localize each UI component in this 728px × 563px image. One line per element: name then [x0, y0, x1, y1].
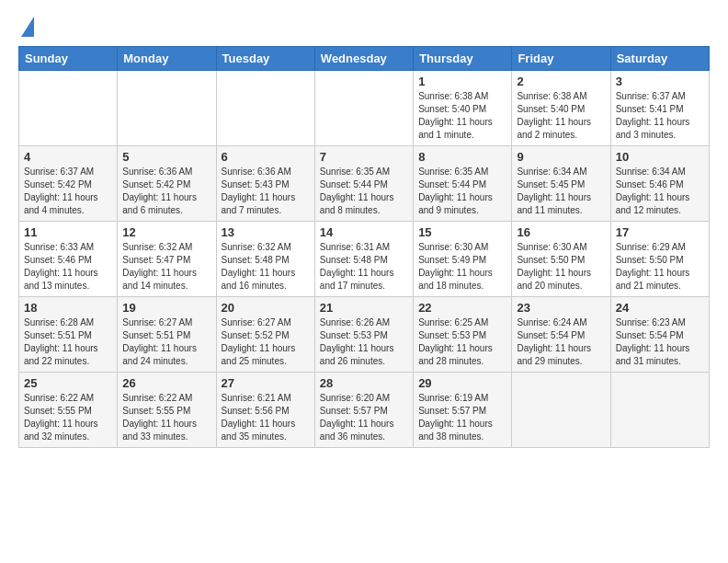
cell-info-text: Sunrise: 6:31 AM Sunset: 5:48 PM Dayligh…	[320, 241, 408, 293]
cell-info-text: Sunrise: 6:35 AM Sunset: 5:44 PM Dayligh…	[418, 166, 506, 217]
cell-date-number: 7	[320, 150, 408, 164]
cell-date-number: 10	[616, 150, 704, 164]
calendar-cell: 23Sunrise: 6:24 AM Sunset: 5:54 PM Dayli…	[512, 297, 610, 373]
weekday-header-cell: Monday	[118, 47, 216, 71]
calendar-cell: 11Sunrise: 6:33 AM Sunset: 5:46 PM Dayli…	[19, 222, 118, 297]
cell-info-text: Sunrise: 6:33 AM Sunset: 5:46 PM Dayligh…	[24, 241, 112, 293]
cell-date-number: 19	[122, 301, 210, 315]
calendar-cell: 24Sunrise: 6:23 AM Sunset: 5:54 PM Dayli…	[610, 297, 709, 373]
weekday-header-cell: Thursday	[414, 47, 512, 71]
calendar-cell	[118, 71, 216, 146]
cell-info-text: Sunrise: 6:23 AM Sunset: 5:54 PM Dayligh…	[616, 316, 704, 368]
cell-info-text: Sunrise: 6:32 AM Sunset: 5:48 PM Dayligh…	[222, 241, 310, 293]
calendar-cell: 29Sunrise: 6:19 AM Sunset: 5:57 PM Dayli…	[414, 373, 512, 448]
cell-date-number: 22	[418, 301, 506, 315]
cell-date-number: 5	[122, 150, 210, 164]
calendar-body: 1Sunrise: 6:38 AM Sunset: 5:40 PM Daylig…	[19, 71, 710, 448]
cell-date-number: 11	[24, 225, 112, 239]
weekday-header-cell: Saturday	[610, 47, 709, 71]
calendar-cell: 3Sunrise: 6:37 AM Sunset: 5:41 PM Daylig…	[610, 71, 709, 146]
cell-info-text: Sunrise: 6:25 AM Sunset: 5:53 PM Dayligh…	[418, 316, 506, 368]
calendar-cell: 16Sunrise: 6:30 AM Sunset: 5:50 PM Dayli…	[512, 222, 610, 297]
calendar-cell: 26Sunrise: 6:22 AM Sunset: 5:55 PM Dayli…	[118, 373, 216, 448]
cell-date-number: 21	[320, 301, 408, 315]
cell-info-text: Sunrise: 6:28 AM Sunset: 5:51 PM Dayligh…	[24, 316, 112, 368]
calendar-cell: 8Sunrise: 6:35 AM Sunset: 5:44 PM Daylig…	[414, 146, 512, 222]
weekday-header-cell: Tuesday	[216, 47, 314, 71]
calendar-cell: 20Sunrise: 6:27 AM Sunset: 5:52 PM Dayli…	[216, 297, 314, 373]
cell-info-text: Sunrise: 6:38 AM Sunset: 5:40 PM Dayligh…	[517, 90, 605, 142]
page: SundayMondayTuesdayWednesdayThursdayFrid…	[0, 0, 728, 563]
cell-info-text: Sunrise: 6:37 AM Sunset: 5:41 PM Dayligh…	[616, 90, 704, 142]
calendar-cell: 22Sunrise: 6:25 AM Sunset: 5:53 PM Dayli…	[414, 297, 512, 373]
cell-date-number: 14	[320, 225, 408, 239]
cell-date-number: 23	[517, 301, 605, 315]
calendar-cell: 27Sunrise: 6:21 AM Sunset: 5:56 PM Dayli…	[216, 373, 314, 448]
cell-date-number: 26	[122, 376, 210, 390]
header	[18, 15, 710, 37]
weekday-header-row: SundayMondayTuesdayWednesdayThursdayFrid…	[19, 47, 710, 71]
cell-date-number: 6	[222, 150, 310, 164]
calendar-cell: 4Sunrise: 6:37 AM Sunset: 5:42 PM Daylig…	[19, 146, 118, 222]
calendar-cell: 5Sunrise: 6:36 AM Sunset: 5:42 PM Daylig…	[118, 146, 216, 222]
cell-date-number: 16	[517, 225, 605, 239]
calendar-cell: 14Sunrise: 6:31 AM Sunset: 5:48 PM Dayli…	[314, 222, 413, 297]
calendar-cell: 21Sunrise: 6:26 AM Sunset: 5:53 PM Dayli…	[314, 297, 413, 373]
calendar-cell: 17Sunrise: 6:29 AM Sunset: 5:50 PM Dayli…	[610, 222, 709, 297]
cell-date-number: 20	[222, 301, 310, 315]
calendar-cell	[610, 373, 709, 448]
cell-date-number: 12	[122, 225, 210, 239]
cell-date-number: 8	[418, 150, 506, 164]
cell-date-number: 1	[418, 75, 506, 88]
cell-date-number: 4	[24, 150, 112, 164]
calendar-week-row: 18Sunrise: 6:28 AM Sunset: 5:51 PM Dayli…	[19, 297, 710, 373]
cell-info-text: Sunrise: 6:27 AM Sunset: 5:51 PM Dayligh…	[122, 316, 210, 368]
calendar-table: SundayMondayTuesdayWednesdayThursdayFrid…	[18, 46, 710, 448]
cell-info-text: Sunrise: 6:26 AM Sunset: 5:53 PM Dayligh…	[320, 316, 408, 368]
cell-info-text: Sunrise: 6:29 AM Sunset: 5:50 PM Dayligh…	[616, 241, 704, 293]
calendar-cell: 9Sunrise: 6:34 AM Sunset: 5:45 PM Daylig…	[512, 146, 610, 222]
cell-info-text: Sunrise: 6:19 AM Sunset: 5:57 PM Dayligh…	[418, 392, 506, 443]
calendar-cell	[512, 373, 610, 448]
cell-date-number: 27	[222, 376, 310, 390]
calendar-cell	[216, 71, 314, 146]
calendar-cell: 15Sunrise: 6:30 AM Sunset: 5:49 PM Dayli…	[414, 222, 512, 297]
cell-date-number: 18	[24, 301, 112, 315]
cell-info-text: Sunrise: 6:24 AM Sunset: 5:54 PM Dayligh…	[517, 316, 605, 368]
calendar-cell	[314, 71, 413, 146]
cell-date-number: 25	[24, 376, 112, 390]
calendar-week-row: 11Sunrise: 6:33 AM Sunset: 5:46 PM Dayli…	[19, 222, 710, 297]
cell-date-number: 9	[517, 150, 605, 164]
logo-triangle-icon	[21, 17, 34, 37]
calendar-cell: 18Sunrise: 6:28 AM Sunset: 5:51 PM Dayli…	[19, 297, 118, 373]
cell-info-text: Sunrise: 6:32 AM Sunset: 5:47 PM Dayligh…	[122, 241, 210, 293]
cell-info-text: Sunrise: 6:20 AM Sunset: 5:57 PM Dayligh…	[320, 392, 408, 443]
cell-date-number: 3	[616, 75, 704, 88]
cell-info-text: Sunrise: 6:36 AM Sunset: 5:43 PM Dayligh…	[222, 166, 310, 217]
calendar-week-row: 25Sunrise: 6:22 AM Sunset: 5:55 PM Dayli…	[19, 373, 710, 448]
calendar-cell: 12Sunrise: 6:32 AM Sunset: 5:47 PM Dayli…	[118, 222, 216, 297]
calendar-cell: 25Sunrise: 6:22 AM Sunset: 5:55 PM Dayli…	[19, 373, 118, 448]
cell-info-text: Sunrise: 6:30 AM Sunset: 5:49 PM Dayligh…	[418, 241, 506, 293]
weekday-header-cell: Friday	[512, 47, 610, 71]
cell-date-number: 2	[517, 75, 605, 88]
cell-info-text: Sunrise: 6:22 AM Sunset: 5:55 PM Dayligh…	[24, 392, 112, 443]
calendar-cell	[19, 71, 118, 146]
cell-date-number: 28	[320, 376, 408, 390]
calendar-cell: 6Sunrise: 6:36 AM Sunset: 5:43 PM Daylig…	[216, 146, 314, 222]
calendar-cell: 13Sunrise: 6:32 AM Sunset: 5:48 PM Dayli…	[216, 222, 314, 297]
weekday-header-cell: Sunday	[19, 47, 118, 71]
calendar-week-row: 4Sunrise: 6:37 AM Sunset: 5:42 PM Daylig…	[19, 146, 710, 222]
calendar-week-row: 1Sunrise: 6:38 AM Sunset: 5:40 PM Daylig…	[19, 71, 710, 146]
cell-date-number: 17	[616, 225, 704, 239]
calendar-cell: 19Sunrise: 6:27 AM Sunset: 5:51 PM Dayli…	[118, 297, 216, 373]
cell-info-text: Sunrise: 6:37 AM Sunset: 5:42 PM Dayligh…	[24, 166, 112, 217]
cell-info-text: Sunrise: 6:22 AM Sunset: 5:55 PM Dayligh…	[122, 392, 210, 443]
cell-date-number: 29	[418, 376, 506, 390]
cell-date-number: 13	[222, 225, 310, 239]
cell-info-text: Sunrise: 6:36 AM Sunset: 5:42 PM Dayligh…	[122, 166, 210, 217]
cell-info-text: Sunrise: 6:34 AM Sunset: 5:45 PM Dayligh…	[517, 166, 605, 217]
calendar-cell: 7Sunrise: 6:35 AM Sunset: 5:44 PM Daylig…	[314, 146, 413, 222]
cell-info-text: Sunrise: 6:27 AM Sunset: 5:52 PM Dayligh…	[222, 316, 310, 368]
cell-info-text: Sunrise: 6:35 AM Sunset: 5:44 PM Dayligh…	[320, 166, 408, 217]
